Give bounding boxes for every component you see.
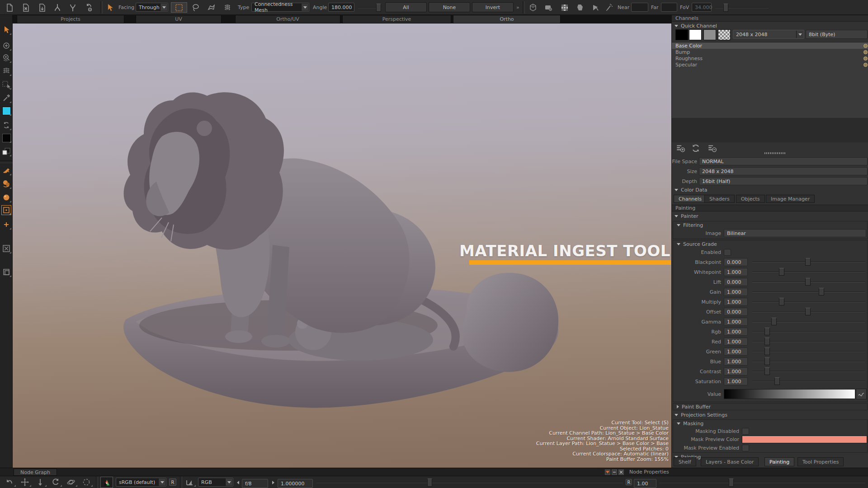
gamma-slider[interactable] bbox=[659, 482, 865, 483]
tab-ortho[interactable]: Ortho bbox=[453, 15, 561, 23]
channel-list-item[interactable]: Bump bbox=[672, 49, 868, 55]
far-field[interactable] bbox=[661, 3, 677, 12]
gain-field[interactable]: 1.000000 bbox=[278, 479, 313, 488]
quick-depth-field[interactable]: 8bit (Byte) bbox=[806, 30, 868, 39]
slider-value-field[interactable]: 0.000 bbox=[724, 278, 748, 286]
roll-view-icon[interactable] bbox=[49, 477, 62, 487]
file-space-field[interactable]: NORMAL bbox=[699, 157, 868, 165]
mesh-select-icon[interactable] bbox=[222, 2, 233, 13]
dock-tab-tool-properties[interactable]: Tool Properties bbox=[797, 457, 844, 466]
masking-disabled-checkbox[interactable] bbox=[742, 428, 749, 435]
slider-handle[interactable] bbox=[774, 377, 780, 385]
angle-field[interactable]: 180.000 bbox=[328, 3, 354, 12]
paint-buffer-eraser-button[interactable] bbox=[1, 192, 11, 202]
slider-value-field[interactable]: 1.000 bbox=[724, 367, 748, 375]
reset-gamma-button[interactable]: R bbox=[626, 479, 632, 485]
eyedropper-button[interactable] bbox=[1, 93, 11, 103]
select-tool-icon[interactable] bbox=[104, 2, 116, 13]
channel-list-item[interactable]: Specular bbox=[672, 61, 868, 68]
angle-slider[interactable] bbox=[358, 7, 382, 8]
reset-colorspace-button[interactable]: R bbox=[169, 479, 176, 486]
slider-track[interactable] bbox=[752, 272, 865, 272]
slider-value-field[interactable]: 1.000 bbox=[724, 377, 748, 385]
hud-config-icon[interactable] bbox=[605, 469, 610, 475]
polygon-lasso-icon[interactable] bbox=[205, 2, 217, 13]
slider-track[interactable] bbox=[752, 371, 865, 372]
slider-track[interactable] bbox=[752, 351, 865, 352]
slider-track[interactable] bbox=[752, 262, 865, 263]
slider-track[interactable] bbox=[752, 381, 865, 382]
warp-grid-button[interactable] bbox=[1, 66, 11, 76]
slider-value-field[interactable]: 1.000 bbox=[724, 298, 748, 306]
fov-field[interactable]: 34.000 bbox=[692, 3, 712, 12]
mask-preview-enabled-checkbox[interactable] bbox=[742, 445, 749, 451]
slider-track[interactable] bbox=[752, 341, 865, 342]
slider-track[interactable] bbox=[752, 282, 865, 282]
slider-track[interactable] bbox=[752, 311, 865, 312]
slider-handle[interactable] bbox=[764, 347, 770, 355]
slider-track[interactable] bbox=[752, 291, 865, 292]
slider-handle[interactable] bbox=[764, 338, 770, 345]
projection-settings-header[interactable]: Projection Settings bbox=[675, 412, 727, 418]
select-tool-button[interactable] bbox=[1, 25, 11, 35]
tab-projects[interactable]: Projects bbox=[17, 15, 124, 23]
channels-panel-title[interactable]: Channels bbox=[672, 15, 868, 22]
slider-track[interactable] bbox=[752, 361, 865, 362]
selection-type-dropdown[interactable]: Connectedness Mesh bbox=[251, 3, 309, 12]
magnify-patch-button[interactable] bbox=[1, 53, 11, 63]
slider-handle[interactable] bbox=[779, 268, 784, 276]
slider-track[interactable] bbox=[752, 331, 865, 332]
dolly-view-icon[interactable] bbox=[33, 477, 47, 487]
zoom-tool-button[interactable] bbox=[1, 41, 11, 51]
slider-handle[interactable] bbox=[805, 308, 811, 315]
channel-list-item[interactable]: Base Color bbox=[672, 42, 868, 49]
panel-tab-channels[interactable]: Channels bbox=[674, 195, 707, 203]
paint-target-icon[interactable] bbox=[542, 2, 554, 13]
select-all-button[interactable]: All bbox=[385, 2, 427, 12]
sync-channel-icon[interactable] bbox=[691, 143, 702, 153]
painting-panel-title[interactable]: Painting bbox=[672, 205, 868, 211]
tab-uv[interactable]: UV bbox=[136, 15, 222, 23]
masking-group-header[interactable]: Masking bbox=[673, 420, 867, 427]
close-project-icon[interactable] bbox=[20, 2, 32, 13]
mask-preview-color-swatch[interactable] bbox=[742, 436, 867, 443]
vector-paint-button[interactable] bbox=[1, 220, 11, 230]
import-patches-icon[interactable] bbox=[67, 2, 79, 13]
slider-value-field[interactable]: 0.000 bbox=[724, 258, 748, 266]
3d-viewport-canvas[interactable]: MATERIAL INGEST TOOL Current Tool: Selec… bbox=[13, 23, 671, 468]
save-project-icon[interactable] bbox=[36, 2, 48, 13]
lasso-select-icon[interactable] bbox=[190, 2, 202, 13]
gamma-field[interactable]: 1.00 bbox=[634, 479, 656, 488]
quick-swatch-transparent[interactable] bbox=[718, 29, 731, 40]
quick-channel-header[interactable]: Quick Channel bbox=[675, 23, 717, 29]
slider-value-field[interactable]: 1.000 bbox=[724, 328, 748, 336]
quick-swatch-black[interactable] bbox=[675, 29, 688, 40]
slider-handle[interactable] bbox=[764, 357, 770, 365]
patch-fill-button[interactable] bbox=[1, 205, 11, 215]
source-grade-header[interactable]: Source Grade bbox=[673, 240, 867, 248]
paint-tool-button[interactable] bbox=[1, 165, 11, 175]
pan-view-icon[interactable] bbox=[18, 477, 32, 487]
paint-buffer-header[interactable]: Paint Buffer bbox=[673, 403, 868, 410]
slider-value-field[interactable]: 1.000 bbox=[724, 338, 748, 346]
mask-preview-icon[interactable] bbox=[574, 2, 586, 13]
swap-colors-icon[interactable] bbox=[1, 120, 11, 130]
select-invert-button[interactable]: Invert bbox=[472, 2, 514, 12]
slider-value-field[interactable]: 1.000 bbox=[724, 318, 748, 326]
filtering-group-header[interactable]: Filtering bbox=[673, 221, 867, 229]
symmetry-tool-button[interactable] bbox=[1, 244, 11, 253]
slider-value-field[interactable]: 1.000 bbox=[724, 347, 748, 356]
display-channel-dropdown[interactable]: RGB bbox=[198, 478, 233, 487]
orbit-view-icon[interactable] bbox=[64, 477, 78, 487]
slider-handle[interactable] bbox=[805, 278, 811, 286]
tab-perspective[interactable]: Perspective bbox=[342, 15, 451, 23]
marquee-select-icon[interactable] bbox=[171, 2, 187, 13]
color-data-header[interactable]: Color Data bbox=[675, 187, 707, 193]
show-whole-mesh-icon[interactable] bbox=[527, 2, 539, 13]
channel-list-item[interactable]: Roughness bbox=[672, 55, 868, 61]
background-color-swatch[interactable] bbox=[1, 133, 11, 143]
slider-handle[interactable] bbox=[819, 288, 824, 296]
panel-tab-objects[interactable]: Objects bbox=[736, 195, 765, 203]
slider-handle[interactable] bbox=[771, 318, 777, 325]
play-flag-icon[interactable] bbox=[590, 2, 601, 13]
